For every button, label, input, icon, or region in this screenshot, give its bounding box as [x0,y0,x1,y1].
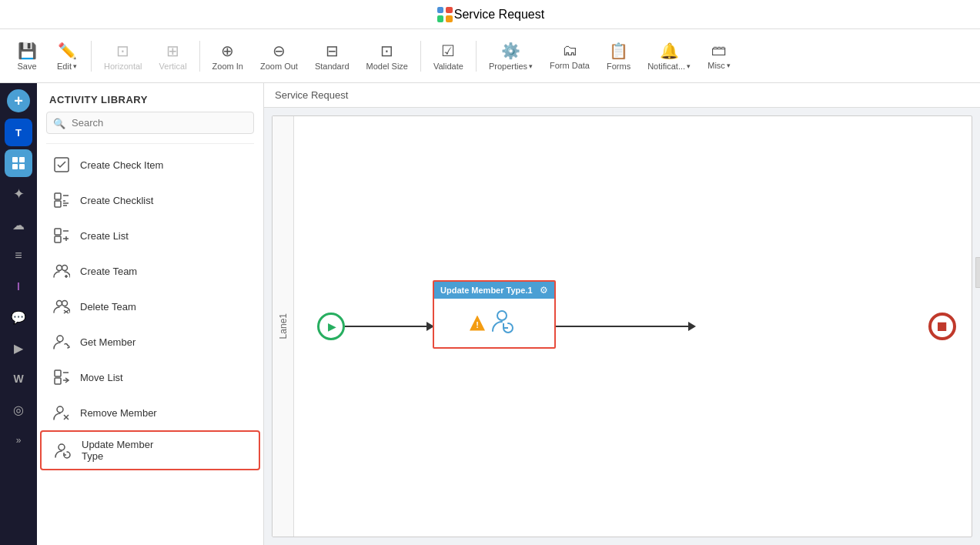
activity-item-delete-team[interactable]: Delete Team [40,289,260,324]
delete-team-icon [51,296,72,317]
checklist-icon [51,189,72,211]
svg-point-32 [59,444,65,450]
vertical-button[interactable]: ⊞ Vertical [152,37,195,75]
sidebar-item-settings[interactable]: ◎ [5,396,32,423]
move-list-icon [51,366,72,388]
svg-rect-11 [55,229,61,235]
svg-point-21 [62,301,68,306]
forms-button[interactable]: 📋 Forms [599,37,638,75]
lane-label-text: Lane1 [278,313,289,339]
toolbar-divider-4 [476,41,477,72]
vertical-icon: ⊞ [166,42,179,60]
activity-item-label: Create Checklist [80,195,153,206]
activity-item-create-checklist[interactable]: Create Checklist [40,182,260,218]
create-team-icon [51,260,72,282]
svg-rect-0 [12,157,18,162]
svg-rect-25 [55,370,61,376]
activity-item-create-check-item[interactable]: Create Check Item [40,147,260,182]
horizontal-button[interactable]: ⊡ Horizontal [96,37,150,75]
activity-item-update-member-type[interactable]: Update MemberType [40,430,260,470]
canvas[interactable]: Lane1 Update Member Type.1 ⚙ [264,108,980,545]
notifications-button[interactable]: 🔔 Notificat... ▾ [640,37,698,75]
remove-member-icon [51,402,72,423]
sidebar-item-list[interactable]: ≡ [5,242,32,269]
model-size-button[interactable]: ⊡ Model Size [359,37,416,75]
activity-library-title: ACTIVITY LIBRARY [37,83,263,112]
activity-item-label: Remove Member [80,407,157,419]
edit-icon: ✏️ [58,42,77,60]
zoom-out-icon: ⊖ [273,42,286,60]
activity-item-remove-member[interactable]: Remove Member [40,395,260,430]
end-event[interactable] [928,313,956,340]
activity-item-label: Create Team [80,266,137,277]
node-gear-icon[interactable]: ⚙ [540,285,548,296]
svg-point-16 [57,266,62,271]
activity-item-label: Update MemberType [82,439,153,462]
node-box: Update Member Type.1 ⚙ [433,280,556,349]
activity-item-label: Create List [80,230,129,242]
get-member-icon [51,331,72,353]
edit-label: Edit ▾ [57,62,77,71]
horizontal-label: Horizontal [104,62,142,71]
validate-icon: ☑ [441,42,455,60]
node-body [434,299,554,347]
search-input[interactable] [46,112,254,134]
lane-container: Lane1 Update Member Type.1 ⚙ [272,115,972,537]
activity-item-move-list[interactable]: Move List [40,359,260,395]
horizontal-icon: ⊡ [116,42,129,60]
save-button[interactable]: 💾 Save [8,37,46,75]
warning-icon [470,316,485,331]
search-box: 🔍 [46,112,254,134]
svg-point-24 [57,336,63,342]
sidebar-item-num[interactable]: I [5,272,32,300]
app-icon[interactable] [436,5,454,24]
sidebar-item-cloud[interactable]: ☁ [5,211,32,239]
svg-rect-1 [19,157,25,162]
svg-point-20 [57,301,62,306]
sidebar-item-video[interactable]: ▶ [5,334,32,362]
save-icon: 💾 [18,42,37,60]
vertical-label: Vertical [159,62,187,71]
zoom-out-button[interactable]: ⊖ Zoom Out [253,37,306,75]
properties-button[interactable]: ⚙️ Properties ▾ [481,37,540,75]
sidebar-item-more[interactable]: » [5,426,32,454]
activity-item-create-list[interactable]: Create List [40,218,260,253]
activity-panel: ACTIVITY LIBRARY 🔍 Create Check Item Cre… [37,83,264,545]
zoom-in-button[interactable]: ⊕ Zoom In [205,37,251,75]
activity-item-get-member[interactable]: Get Member [40,324,260,359]
topbar: Service Request [0,0,980,29]
sidebar-icons: + T ✦ ☁ ≡ I 💬 ▶ W ◎ » [0,83,37,545]
main-layout: + T ✦ ☁ ≡ I 💬 ▶ W ◎ » ACTIVITY LIBRARY 🔍… [0,83,980,545]
breadcrumb: Service Request [275,89,348,101]
standard-button[interactable]: ⊟ Standard [307,37,357,75]
node-user-icon [491,306,519,339]
zoom-out-label: Zoom Out [260,62,298,71]
zoom-in-label: Zoom In [212,62,243,71]
start-event[interactable] [317,313,345,340]
lane-content: Update Member Type.1 ⚙ [294,116,972,537]
form-data-button[interactable]: 🗂 Form Data [542,37,597,75]
toolbar-divider-2 [199,41,200,72]
validate-label: Validate [433,62,463,71]
notifications-icon: 🔔 [660,42,679,60]
misc-button[interactable]: 🗃 Misc ▾ [700,37,738,75]
validate-button[interactable]: ☑ Validate [426,37,471,75]
svg-rect-2 [12,164,18,169]
svg-rect-5 [55,193,61,199]
activity-item-label: Delete Team [80,301,136,313]
svg-rect-3 [19,164,25,169]
standard-icon: ⊟ [326,42,339,60]
edit-button[interactable]: ✏️ Edit ▾ [48,37,86,75]
sidebar-item-trello[interactable]: T [5,119,32,146]
sidebar-item-chat[interactable]: 💬 [5,303,32,331]
svg-rect-27 [55,378,61,384]
misc-icon: 🗃 [711,42,727,59]
sidebar-item-add[interactable]: + [7,89,30,112]
activity-item-create-team[interactable]: Create Team [40,253,260,289]
activity-node[interactable]: Update Member Type.1 ⚙ [433,280,556,349]
form-data-label: Form Data [550,61,590,70]
sidebar-item-wp[interactable]: W [5,365,32,393]
sidebar-item-slack[interactable]: ✦ [5,180,32,208]
svg-point-33 [497,311,507,320]
sidebar-item-board[interactable] [5,149,32,177]
